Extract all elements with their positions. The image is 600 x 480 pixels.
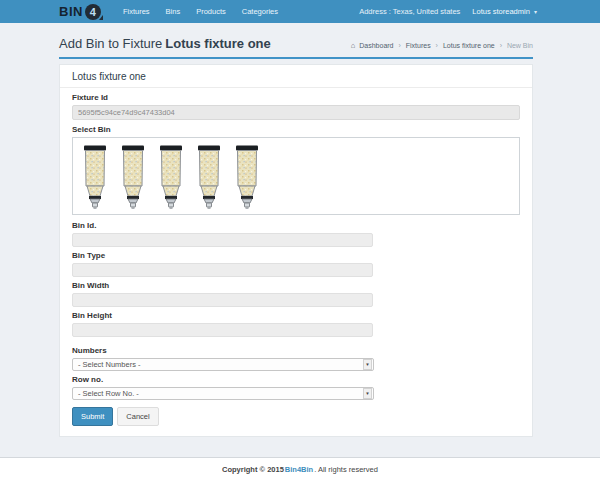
- breadcrumb: ⌂ Dashboard › Fixtures › Lotus fixture o…: [351, 41, 533, 50]
- select-bin-group: Select Bin: [72, 125, 520, 215]
- bin-type-label: Bin Type: [72, 251, 520, 260]
- breadcrumb-separator: ›: [436, 42, 438, 49]
- logo-4-icon: 4: [85, 4, 101, 20]
- nav-menu: Fixtures Bins Products Categories: [115, 0, 286, 23]
- fixture-panel: Lotus fixture one Fixture Id Select Bin: [59, 64, 533, 437]
- bin-image[interactable]: [159, 145, 183, 209]
- nav-item-fixtures[interactable]: Fixtures: [115, 0, 158, 23]
- row-no-group: Row no. - Select Row No. - ▼: [72, 375, 520, 400]
- breadcrumb-dashboard[interactable]: Dashboard: [359, 42, 393, 49]
- page-title-prefix: Add Bin to Fixture: [59, 36, 162, 51]
- select-bin-label: Select Bin: [72, 125, 520, 134]
- numbers-group: Numbers - Select Numbers - ▼: [72, 346, 520, 371]
- page-footer: Copyright © 2015 Bin4Bin . All rights re…: [0, 457, 600, 480]
- footer-brand-link[interactable]: Bin4Bin: [285, 465, 313, 474]
- dropdown-arrow-icon: ▼: [363, 359, 372, 370]
- form-actions: Submit Cancel: [72, 407, 520, 426]
- user-name: Lotus storeadmin: [472, 7, 530, 16]
- bin-width-group: Bin Width: [72, 281, 520, 307]
- bin-height-group: Bin Height: [72, 311, 520, 337]
- panel-title: Lotus fixture one: [60, 65, 532, 88]
- breadcrumb-new-bin: New Bin: [507, 42, 533, 49]
- nav-item-categories[interactable]: Categories: [234, 0, 286, 23]
- dropdown-arrow-icon: ▼: [363, 388, 372, 399]
- nav-right: Address : Texas, United states Lotus sto…: [359, 7, 537, 16]
- top-navbar: BIN 4 Fixtures Bins Products Categories …: [0, 0, 600, 23]
- submit-button[interactable]: Submit: [72, 407, 113, 426]
- bin-gallery: [72, 137, 520, 215]
- bin-id-input[interactable]: [72, 233, 373, 247]
- numbers-label: Numbers: [72, 346, 520, 355]
- brand-logo-text: BIN: [59, 4, 83, 19]
- user-menu[interactable]: Lotus storeadmin ▾: [472, 7, 537, 16]
- breadcrumb-separator: ›: [500, 42, 502, 49]
- nav-item-products[interactable]: Products: [188, 0, 234, 23]
- bin-type-input[interactable]: [72, 263, 373, 277]
- home-icon: ⌂: [351, 41, 356, 50]
- bin-height-input[interactable]: [72, 323, 373, 337]
- bin-image[interactable]: [235, 145, 259, 209]
- store-address-text: Address : Texas, United states: [359, 7, 460, 16]
- page-title-fixture-name: Lotus fixture one: [165, 36, 270, 51]
- fixture-id-input[interactable]: [72, 105, 520, 120]
- fixture-id-label: Fixture Id: [72, 93, 520, 102]
- page-header: Add Bin to FixtureLotus fixture one ⌂ Da…: [59, 36, 533, 59]
- footer-copyright-text: Copyright © 2015: [222, 465, 284, 474]
- bin-image[interactable]: [121, 145, 145, 209]
- fixture-id-group: Fixture Id: [72, 93, 520, 120]
- breadcrumb-separator: ›: [398, 42, 400, 49]
- panel-body: Fixture Id Select Bin: [60, 88, 532, 436]
- bin-id-label: Bin Id.: [72, 221, 520, 230]
- bin-width-label: Bin Width: [72, 281, 520, 290]
- bin-image[interactable]: [197, 145, 221, 209]
- bin-height-label: Bin Height: [72, 311, 520, 320]
- caret-down-icon: ▾: [534, 9, 537, 15]
- row-no-select-value: - Select Row No. -: [73, 389, 363, 398]
- nav-item-bins[interactable]: Bins: [158, 0, 189, 23]
- bin-id-group: Bin Id.: [72, 221, 520, 247]
- brand-logo[interactable]: BIN 4: [59, 4, 101, 20]
- breadcrumb-fixtures[interactable]: Fixtures: [406, 42, 431, 49]
- bin-image[interactable]: [83, 145, 107, 209]
- footer-rights-text: . All rights reserved: [314, 465, 378, 474]
- numbers-select[interactable]: - Select Numbers - ▼: [72, 358, 374, 371]
- bin-type-group: Bin Type: [72, 251, 520, 277]
- numbers-select-value: - Select Numbers -: [73, 360, 363, 369]
- cancel-button[interactable]: Cancel: [117, 407, 158, 426]
- page-title: Add Bin to FixtureLotus fixture one: [59, 36, 271, 51]
- row-no-label: Row no.: [72, 375, 520, 384]
- row-no-select[interactable]: - Select Row No. - ▼: [72, 387, 374, 400]
- breadcrumb-fixture-name[interactable]: Lotus fixture one: [443, 42, 495, 49]
- bin-width-input[interactable]: [72, 293, 373, 307]
